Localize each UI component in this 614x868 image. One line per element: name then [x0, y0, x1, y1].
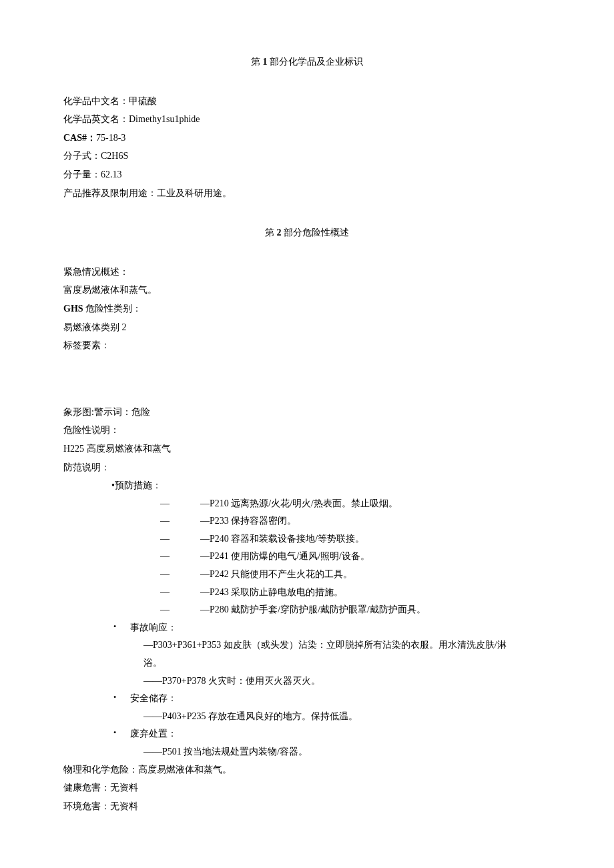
health-label: 健康危害： [63, 783, 110, 793]
response-label: 事故响应： [130, 619, 177, 637]
pictogram-label: 象形图: [63, 407, 94, 417]
disposal-label: 废弃处置： [130, 725, 177, 743]
env-value: 无资料 [110, 801, 138, 811]
s2-pre: 第 [265, 228, 277, 238]
p1-text: —P210 远离热源/火花/明火/热表面。禁止吸烟。 [200, 495, 398, 513]
weight-line: 分子量：62.13 [63, 166, 551, 184]
phys-label: 物理和化学危险： [63, 765, 138, 775]
emergency-value-line: 富度易燃液体和蒸气。 [63, 282, 551, 300]
ghs-value-line: 易燃液体类别 2 [63, 319, 551, 337]
s2-num: 2 [277, 228, 282, 238]
storage-label: 安全储存： [130, 690, 177, 708]
p5-text: —P242 只能使用不产生火花的工具。 [200, 566, 352, 584]
prevention-p7: — —P280 戴防护手套/穿防护服/戴防护眼罩/戴防护面具。 [63, 601, 551, 619]
en-name-label: 化学品英文名： [63, 114, 129, 124]
en-name-value: Dimethy1su1phide [129, 114, 200, 124]
signal-value: 危险 [131, 407, 150, 417]
ghs-label-line: GHS 危险性类别： [63, 300, 551, 318]
hazard-label-line: 危险性说明： [63, 422, 551, 440]
section2-title: 第 2 部分危险性概述 [63, 224, 551, 242]
formula-line: 分子式：C2H6S [63, 147, 551, 165]
phys-value: 高度易燃液体和蒸气。 [138, 765, 232, 775]
health-line: 健康危害：无资料 [63, 779, 551, 797]
response-r1-cont: 浴。 [63, 655, 551, 673]
prevention-p5: — —P242 只能使用不产生火花的工具。 [63, 566, 551, 584]
p7-text: —P280 戴防护手套/穿防护服/戴防护眼罩/戴防护面具。 [200, 601, 426, 619]
dash-icon: — [160, 512, 200, 530]
cas-line: CAS#：75-18-3 [63, 129, 551, 147]
tag-label-line: 标签要素： [63, 337, 551, 355]
dash-icon: — [160, 601, 200, 619]
dash-icon: — [160, 584, 200, 602]
disposal-value: ——P501 按当地法规处置内装物/容器。 [143, 747, 308, 757]
disposal-value-line: ——P501 按当地法规处置内装物/容器。 [63, 743, 551, 761]
cn-name-value: 甲硫酸 [129, 96, 157, 106]
s1-post: 部分化学品及企业标识 [268, 57, 364, 67]
usage-label: 产品推荐及限制用途： [63, 188, 157, 198]
usage-line: 产品推荐及限制用途：工业及科研用途。 [63, 185, 551, 203]
prevention-p6: — —P243 采取防止静电放电的措施。 [63, 584, 551, 602]
ghs-label1: GHS [63, 304, 83, 314]
bullet-icon: • [113, 619, 130, 637]
prevention-p4: — —P241 使用防爆的电气/通风/照明/设备。 [63, 548, 551, 566]
tag-label: 标签要素： [63, 340, 110, 350]
phys-line: 物理和化学危险：高度易燃液体和蒸气。 [63, 761, 551, 779]
cas-label: CAS#： [63, 133, 96, 143]
r1-text: —P303+P361+P353 如皮肤（或头发）沾染：立即脱掉所有沾染的衣服。用… [143, 640, 507, 650]
prevention-p2: — —P233 保持容器密闭。 [63, 512, 551, 530]
s1-pre: 第 [251, 57, 263, 67]
s2-post: 部分危险性概述 [282, 228, 350, 238]
prevention-header: •预防措施： [63, 477, 551, 495]
emergency-label-line: 紧急情况概述： [63, 264, 551, 282]
section1-title: 第 1 部分化学品及企业标识 [63, 53, 551, 71]
en-name-line: 化学品英文名：Dimethy1su1phide [63, 111, 551, 129]
cn-name-label: 化学品中文名： [63, 96, 129, 106]
ghs-label2: 危险性类别： [83, 304, 142, 314]
storage-value-line: ——P403+P235 存放在通风良好的地方。保持低温。 [63, 708, 551, 726]
prevention-p3: — —P240 容器和装载设备接地/等势联接。 [63, 530, 551, 548]
bullet-icon: • [113, 725, 130, 743]
emergency-label: 紧急情况概述： [63, 267, 129, 277]
precaution-label: 防范说明： [63, 462, 110, 472]
response-r2: ——P370+P378 火灾时：使用灭火器灭火。 [63, 673, 551, 691]
health-value: 无资料 [110, 783, 138, 793]
env-label: 环境危害： [63, 801, 110, 811]
cn-name-line: 化学品中文名：甲硫酸 [63, 93, 551, 111]
ghs-value: 易燃液体类别 2 [63, 322, 127, 332]
hazard-label: 危险性说明： [63, 425, 119, 435]
formula-value: C2H6S [101, 151, 128, 161]
bullet-icon: • [113, 690, 130, 708]
emergency-value: 富度易燃液体和蒸气。 [63, 285, 157, 295]
p3-text: —P240 容器和装载设备接地/等势联接。 [200, 530, 364, 548]
storage-value: ——P403+P235 存放在通风良好的地方。保持低温。 [143, 711, 358, 721]
r1-cont-text: 浴。 [143, 658, 162, 668]
hazard-value-line: H225 高度易燃液体和蒸气 [63, 440, 551, 458]
dash-icon: — [160, 530, 200, 548]
dash-icon: — [160, 495, 200, 513]
weight-value: 62.13 [101, 169, 122, 179]
precaution-label-line: 防范说明： [63, 459, 551, 477]
r2-text: ——P370+P378 火灾时：使用灭火器灭火。 [143, 676, 320, 686]
s1-num: 1 [263, 57, 268, 67]
storage-header: • 安全储存： [63, 690, 551, 708]
weight-label: 分子量： [63, 169, 101, 179]
response-r1: —P303+P361+P353 如皮肤（或头发）沾染：立即脱掉所有沾染的衣服。用… [63, 636, 551, 655]
pictogram-line: 象形图:警示词：危险 [63, 404, 551, 422]
usage-value: 工业及科研用途。 [157, 188, 232, 198]
p2-text: —P233 保持容器密闭。 [200, 512, 296, 530]
dash-icon: — [160, 548, 200, 566]
cas-value: 75-18-3 [96, 133, 125, 143]
p4-text: —P241 使用防爆的电气/通风/照明/设备。 [200, 548, 370, 566]
disposal-header: • 废弃处置： [63, 725, 551, 743]
hazard-value: H225 高度易燃液体和蒸气 [63, 444, 171, 454]
prevention-p1: — —P210 远离热源/火花/明火/热表面。禁止吸烟。 [63, 495, 551, 513]
prevention-label: •预防措施： [111, 480, 162, 490]
response-header: • 事故响应： [63, 619, 551, 637]
signal-label: 警示词： [94, 407, 131, 417]
formula-label: 分子式： [63, 151, 101, 161]
p6-text: —P243 采取防止静电放电的措施。 [200, 584, 343, 602]
env-line: 环境危害：无资料 [63, 798, 551, 816]
dash-icon: — [160, 566, 200, 584]
